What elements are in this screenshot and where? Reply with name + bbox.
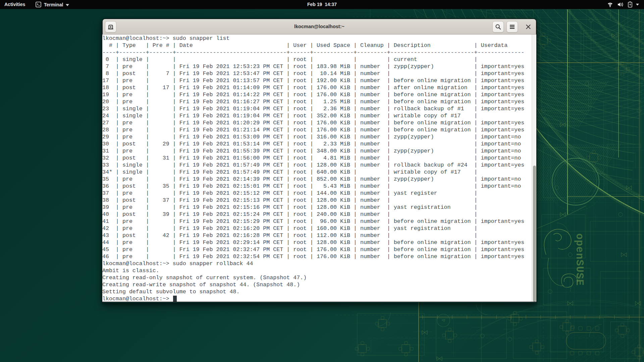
svg-text:openSUSE: openSUSE	[574, 233, 585, 286]
svg-text:4: 4	[441, 319, 447, 322]
